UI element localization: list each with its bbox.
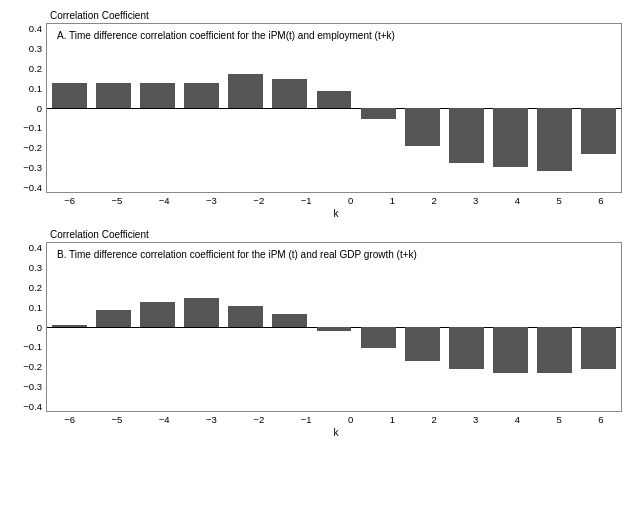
bar — [317, 91, 352, 108]
bar — [96, 310, 131, 327]
bar — [361, 327, 396, 348]
bar — [493, 108, 528, 167]
bar — [52, 83, 87, 108]
x-axis-container-a: −6−5−4−3−2−10123456 — [46, 195, 622, 206]
bar — [581, 108, 616, 154]
bar — [449, 108, 484, 163]
page: Correlation Coefficient 0.4 0.3 0.2 0.1 … — [0, 0, 632, 438]
chart-section-a: Correlation Coefficient 0.4 0.3 0.2 0.1 … — [10, 10, 622, 219]
bar — [581, 327, 616, 369]
bar — [272, 79, 307, 108]
bar — [140, 302, 175, 327]
bar — [537, 327, 572, 373]
bars-container-a — [47, 24, 621, 192]
y-axis-label-a: Correlation Coefficient — [50, 10, 622, 21]
y-axis-a: 0.4 0.3 0.2 0.1 0 −0.1 −0.2 −0.3 −0.4 — [10, 23, 46, 193]
bar — [96, 83, 131, 108]
chart-area-b: B. Time difference correlation coefficie… — [46, 242, 622, 412]
bar — [405, 327, 440, 361]
x-label-a: k — [50, 208, 622, 219]
bar — [272, 314, 307, 327]
x-ticks-a: −6−5−4−3−2−10123456 — [46, 195, 622, 206]
bar — [405, 108, 440, 146]
bars-container-b — [47, 243, 621, 411]
bar — [52, 325, 87, 327]
bar — [537, 108, 572, 171]
y-axis-label-b: Correlation Coefficient — [50, 229, 622, 240]
x-axis-container-b: −6−5−4−3−2−10123456 — [46, 414, 622, 425]
chart-area-a: A. Time difference correlation coefficie… — [46, 23, 622, 193]
chart-container-a: 0.4 0.3 0.2 0.1 0 −0.1 −0.2 −0.3 −0.4 A.… — [10, 23, 622, 193]
bar — [449, 327, 484, 369]
bar — [184, 83, 219, 108]
bar — [493, 327, 528, 373]
bar — [361, 108, 396, 119]
chart-section-b: Correlation Coefficient 0.4 0.3 0.2 0.1 … — [10, 229, 622, 438]
chart-container-b: 0.4 0.3 0.2 0.1 0 −0.1 −0.2 −0.3 −0.4 B.… — [10, 242, 622, 412]
y-axis-b: 0.4 0.3 0.2 0.1 0 −0.1 −0.2 −0.3 −0.4 — [10, 242, 46, 412]
bar — [140, 83, 175, 108]
bar — [184, 298, 219, 327]
x-label-b: k — [50, 427, 622, 438]
bar — [317, 327, 352, 331]
bar — [228, 74, 263, 108]
x-ticks-b: −6−5−4−3−2−10123456 — [46, 414, 622, 425]
bar — [228, 306, 263, 327]
